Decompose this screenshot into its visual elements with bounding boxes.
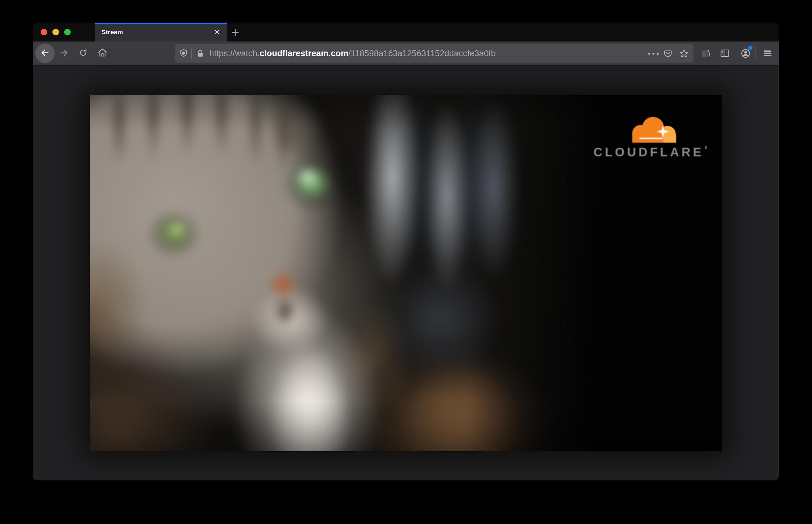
reload-icon — [78, 48, 88, 59]
account-icon[interactable] — [737, 45, 754, 62]
bookmark-star-icon[interactable] — [679, 48, 689, 59]
tab-title: Stream — [101, 29, 123, 36]
url-host: cloudflarestream.com — [260, 49, 348, 58]
video-player[interactable]: CLOUDFLARE — [90, 95, 722, 451]
desktop-background: Stream ✕ + — [0, 0, 812, 524]
library-icon[interactable] — [698, 45, 714, 62]
window-controls — [40, 29, 71, 35]
cloudflare-wordmark: CLOUDFLARE — [594, 145, 704, 159]
home-button[interactable] — [94, 45, 111, 62]
page-content: CLOUDFLARE — [33, 66, 779, 480]
active-tab-indicator — [95, 23, 227, 24]
back-icon — [40, 47, 50, 59]
cloudflare-logo: CLOUDFLARE — [592, 112, 704, 159]
tab-close-icon[interactable]: ✕ — [212, 27, 222, 37]
tab-stream[interactable]: Stream ✕ — [95, 23, 227, 42]
reload-button[interactable] — [75, 45, 92, 62]
window-minimize-button[interactable] — [52, 29, 59, 35]
browser-window: Stream ✕ + — [33, 23, 779, 480]
menu-icon[interactable] — [759, 45, 776, 62]
url-path: /118598a163a125631152ddaccfe3a0fb — [348, 49, 496, 58]
page-actions-icon[interactable]: ••• — [648, 49, 661, 58]
window-zoom-button[interactable] — [64, 29, 71, 35]
account-notification-badge — [748, 46, 752, 50]
toolbar-divider — [755, 46, 756, 61]
tracking-protection-icon[interactable] — [179, 49, 188, 59]
urlbar-divider — [191, 49, 192, 59]
forward-button[interactable] — [56, 45, 72, 62]
navigation-toolbar: https://watch.cloudflarestream.com/11859… — [33, 42, 779, 66]
window-close-button[interactable] — [40, 29, 47, 35]
trademark-mark — [705, 146, 707, 149]
url-prefix: https://watch. — [209, 49, 260, 58]
home-icon — [97, 47, 108, 59]
url-text[interactable]: https://watch.cloudflarestream.com/11859… — [209, 49, 496, 58]
url-bar[interactable]: https://watch.cloudflarestream.com/11859… — [175, 44, 693, 63]
new-tab-button[interactable]: + — [228, 25, 242, 39]
tab-bar: Stream ✕ + — [33, 23, 779, 42]
forward-icon — [59, 48, 69, 59]
lock-icon[interactable] — [196, 49, 205, 58]
back-button[interactable] — [35, 44, 55, 63]
cloudflare-cloud-icon — [625, 112, 680, 144]
sidebar-icon[interactable] — [717, 45, 733, 62]
pocket-icon[interactable] — [663, 49, 673, 58]
